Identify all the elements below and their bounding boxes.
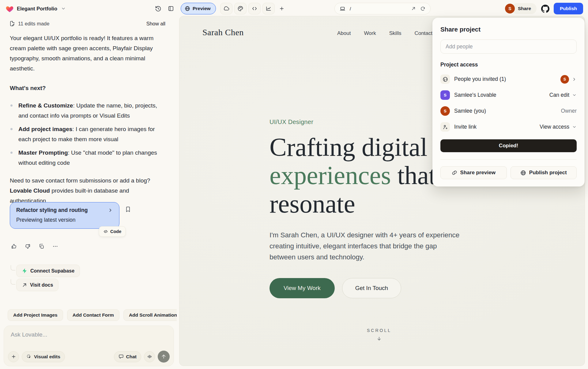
palette-icon xyxy=(237,6,243,12)
chat-sidebar: 11 edits made Show all Your elegant UI/U… xyxy=(0,17,179,369)
hero-description: I'm Sarah Chen, a UI/UX designer with 4+… xyxy=(270,230,461,263)
next-steps-list: Refine & Customize: Update the name, bio… xyxy=(10,100,167,168)
show-all-button[interactable]: Show all xyxy=(146,21,165,27)
divider xyxy=(440,159,577,160)
lovable-logo-icon xyxy=(6,5,14,13)
url-path[interactable]: / xyxy=(350,6,407,11)
layout-panel-button[interactable] xyxy=(165,3,176,14)
tree-connector xyxy=(11,265,15,270)
code-icon xyxy=(251,6,258,12)
code-view-button[interactable] xyxy=(248,3,261,14)
invite-link-row: Invite link View access xyxy=(440,122,577,132)
more-options-button[interactable] xyxy=(52,243,58,249)
url-bar[interactable]: / xyxy=(334,3,431,14)
visual-edits-icon xyxy=(26,354,32,359)
code-icon xyxy=(103,229,108,234)
history-button[interactable] xyxy=(153,3,164,14)
cloud-button[interactable] xyxy=(220,3,232,14)
owner-avatar: S xyxy=(440,106,450,116)
cloud-icon xyxy=(223,6,229,12)
bullet-dot xyxy=(10,104,13,107)
plus-icon xyxy=(279,6,285,11)
share-project-modal: Share project Project access People you … xyxy=(432,18,585,186)
earth-icon xyxy=(440,74,450,84)
arrow-up-icon xyxy=(161,354,167,360)
device-laptop-icon xyxy=(340,6,345,12)
view-code-button[interactable]: Code xyxy=(99,226,126,237)
ellipsis-icon xyxy=(52,243,58,249)
bookmark-button[interactable] xyxy=(125,206,131,213)
message-intro: Your elegant UI/UX portfolio is ready! I… xyxy=(10,33,167,73)
view-my-work-button[interactable]: View My Work xyxy=(270,278,335,298)
bookmark-icon xyxy=(125,206,131,213)
chat-bubble-icon xyxy=(119,354,124,359)
modal-title: Share project xyxy=(440,26,577,33)
voice-input-button[interactable] xyxy=(144,351,155,362)
project-title[interactable]: Elegant Portfolio xyxy=(17,6,57,12)
site-logo-text[interactable]: Sarah Chen xyxy=(202,28,244,37)
thumbs-down-button[interactable] xyxy=(25,243,31,249)
prompt-input[interactable] xyxy=(11,331,164,348)
invited-avatar: S xyxy=(560,75,569,84)
link-icon xyxy=(452,170,457,175)
topbar: Elegant Portfolio Preview xyxy=(0,0,588,17)
copied-button[interactable]: Copied! xyxy=(440,139,577,152)
suggestion-chip[interactable]: Add Contact Form xyxy=(67,309,119,321)
thumbs-up-button[interactable] xyxy=(11,243,17,249)
share-preview-button[interactable]: Share preview xyxy=(440,166,507,179)
owner-row: S Samlee (you) Owner xyxy=(440,106,577,116)
chat-mode-button[interactable]: Chat xyxy=(114,351,141,362)
thumbs-up-icon xyxy=(11,243,17,249)
version-card[interactable]: Refactor styling and routing Previewing … xyxy=(10,202,119,229)
chevron-down-icon xyxy=(572,125,577,129)
owner-role-label: Owner xyxy=(561,108,577,114)
github-button[interactable] xyxy=(540,3,551,14)
send-button[interactable] xyxy=(158,351,170,363)
nav-skills[interactable]: Skills xyxy=(389,30,401,36)
add-people-input[interactable] xyxy=(440,40,577,54)
copy-icon xyxy=(39,243,44,249)
chart-line-icon xyxy=(266,6,272,12)
assistant-message: Your elegant UI/UX portfolio is ready! I… xyxy=(10,33,167,206)
suggestion-chip[interactable]: Add Scroll Animations xyxy=(123,309,177,321)
chevron-down-icon[interactable] xyxy=(61,6,66,11)
chevron-right-icon[interactable] xyxy=(572,77,577,82)
suggestion-chip[interactable]: Add Project Images xyxy=(8,309,63,321)
user-avatar[interactable]: S xyxy=(505,4,515,13)
connect-supabase-button[interactable]: Connect Supabase xyxy=(16,265,80,277)
visit-docs-button[interactable]: Visit docs xyxy=(16,279,58,291)
add-tab-button[interactable] xyxy=(277,3,287,14)
attach-button[interactable] xyxy=(8,351,19,362)
nav-contact[interactable]: Contact xyxy=(414,30,432,36)
publish-project-button[interactable]: Publish project xyxy=(511,166,577,179)
open-external-icon[interactable] xyxy=(411,6,416,11)
globe-icon xyxy=(520,170,526,176)
list-item: Refine & Customize: Update the name, bio… xyxy=(10,100,159,121)
analytics-button[interactable] xyxy=(262,3,275,14)
visual-edits-button[interactable]: Visual edits xyxy=(22,351,65,362)
cloud-note: Need to save contact form submissions or… xyxy=(10,175,163,206)
share-button[interactable]: S Share xyxy=(505,3,537,14)
theme-palette-button[interactable] xyxy=(234,3,247,14)
copy-button[interactable] xyxy=(39,243,44,249)
view-access-dropdown[interactable]: View access xyxy=(540,124,577,130)
history-icon xyxy=(155,6,161,12)
edits-count[interactable]: 11 edits made xyxy=(18,21,49,27)
arrow-up-right-icon xyxy=(22,282,27,288)
arrow-down-icon xyxy=(376,336,382,341)
people-invited-row[interactable]: People you invited (1) S xyxy=(440,74,577,84)
file-edit-icon xyxy=(9,21,15,27)
chevron-right-icon[interactable] xyxy=(108,208,113,213)
tree-connector xyxy=(11,279,15,284)
nav-work[interactable]: Work xyxy=(364,30,376,36)
get-in-touch-button[interactable]: Get In Touch xyxy=(342,278,401,298)
workspace-avatar: S xyxy=(440,90,450,100)
refresh-icon[interactable] xyxy=(420,6,425,11)
publish-button[interactable]: Publish xyxy=(554,3,583,14)
nav-about[interactable]: About xyxy=(337,30,351,36)
list-item: Master Prompting: Use "chat mode" to pla… xyxy=(10,148,159,168)
preview-button[interactable]: Preview xyxy=(181,3,216,14)
can-edit-dropdown[interactable]: Can edit xyxy=(549,92,577,98)
bullet-dot xyxy=(10,152,13,154)
suggestion-chips: Add Project Images Add Contact Form Add … xyxy=(8,309,177,321)
